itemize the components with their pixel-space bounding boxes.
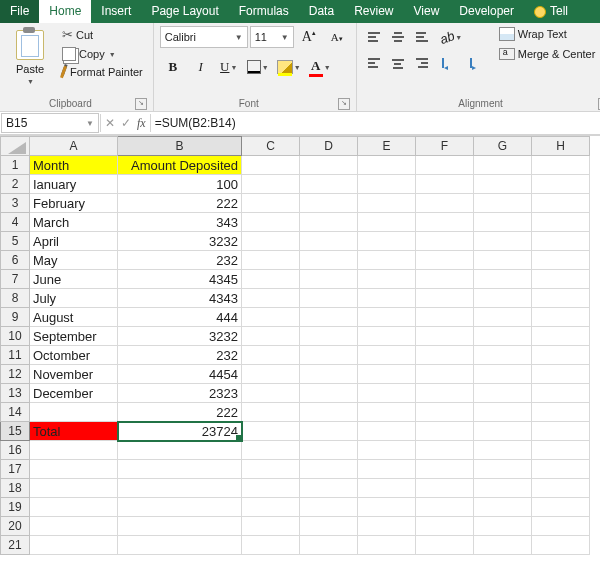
cell-C14[interactable] (242, 403, 300, 422)
cell-G6[interactable] (474, 251, 532, 270)
col-header-F[interactable]: F (416, 137, 474, 156)
cell-D13[interactable] (300, 384, 358, 403)
tab-review[interactable]: Review (344, 0, 403, 23)
align-left-button[interactable] (363, 51, 385, 75)
decrease-indent-button[interactable] (437, 51, 463, 75)
cell-F4[interactable] (416, 213, 474, 232)
cell-E11[interactable] (358, 346, 416, 365)
fx-icon[interactable]: fx (137, 116, 146, 131)
cell-D1[interactable] (300, 156, 358, 175)
col-header-H[interactable]: H (532, 137, 590, 156)
cell-E18[interactable] (358, 479, 416, 498)
cell-D14[interactable] (300, 403, 358, 422)
align-bottom-button[interactable] (411, 25, 433, 49)
cell-A19[interactable] (30, 498, 118, 517)
cell-B3[interactable]: 222 (118, 194, 242, 213)
cell-A5[interactable]: April (30, 232, 118, 251)
dialog-launcher-clipboard[interactable]: ↘ (135, 98, 147, 110)
dialog-launcher-font[interactable]: ↘ (338, 98, 350, 110)
cell-H10[interactable] (532, 327, 590, 346)
cell-G8[interactable] (474, 289, 532, 308)
row-header-8[interactable]: 8 (1, 289, 30, 308)
cell-A8[interactable]: July (30, 289, 118, 308)
formula-input[interactable]: =SUM(B2:B14) (151, 112, 600, 134)
cell-A6[interactable]: May (30, 251, 118, 270)
tab-view[interactable]: View (404, 0, 450, 23)
cell-D15[interactable] (300, 422, 358, 441)
orientation-button[interactable]: ab▼ (437, 25, 465, 49)
cell-D5[interactable] (300, 232, 358, 251)
cell-E15[interactable] (358, 422, 416, 441)
cell-A21[interactable] (30, 536, 118, 555)
cell-G18[interactable] (474, 479, 532, 498)
cell-F8[interactable] (416, 289, 474, 308)
cell-E6[interactable] (358, 251, 416, 270)
cell-B7[interactable]: 4345 (118, 270, 242, 289)
cell-C3[interactable] (242, 194, 300, 213)
cell-E3[interactable] (358, 194, 416, 213)
row-header-12[interactable]: 12 (1, 365, 30, 384)
cell-F20[interactable] (416, 517, 474, 536)
cell-G7[interactable] (474, 270, 532, 289)
cell-A17[interactable] (30, 460, 118, 479)
increase-font-button[interactable]: A▴ (296, 25, 322, 49)
cell-A9[interactable]: August (30, 308, 118, 327)
row-header-21[interactable]: 21 (1, 536, 30, 555)
increase-indent-button[interactable] (465, 51, 491, 75)
tab-home[interactable]: Home (39, 0, 91, 23)
row-header-11[interactable]: 11 (1, 346, 30, 365)
cell-C6[interactable] (242, 251, 300, 270)
cell-G19[interactable] (474, 498, 532, 517)
cell-F17[interactable] (416, 460, 474, 479)
cell-F3[interactable] (416, 194, 474, 213)
cell-B19[interactable] (118, 498, 242, 517)
align-top-button[interactable] (363, 25, 385, 49)
cell-F18[interactable] (416, 479, 474, 498)
cell-A16[interactable] (30, 441, 118, 460)
cell-D4[interactable] (300, 213, 358, 232)
cell-G11[interactable] (474, 346, 532, 365)
cell-B10[interactable]: 3232 (118, 327, 242, 346)
cell-B20[interactable] (118, 517, 242, 536)
align-right-button[interactable] (411, 51, 433, 75)
enter-formula-icon[interactable]: ✓ (121, 116, 131, 130)
cell-C8[interactable] (242, 289, 300, 308)
cell-H20[interactable] (532, 517, 590, 536)
row-header-7[interactable]: 7 (1, 270, 30, 289)
cell-D6[interactable] (300, 251, 358, 270)
cell-C16[interactable] (242, 441, 300, 460)
cell-H16[interactable] (532, 441, 590, 460)
cell-F6[interactable] (416, 251, 474, 270)
cell-A15[interactable]: Total (30, 422, 118, 441)
cell-C17[interactable] (242, 460, 300, 479)
cell-D16[interactable] (300, 441, 358, 460)
cell-B5[interactable]: 3232 (118, 232, 242, 251)
cell-C11[interactable] (242, 346, 300, 365)
cell-B13[interactable]: 2323 (118, 384, 242, 403)
format-painter-button[interactable]: Format Painter (58, 64, 147, 80)
cell-H1[interactable] (532, 156, 590, 175)
cell-E12[interactable] (358, 365, 416, 384)
col-header-C[interactable]: C (242, 137, 300, 156)
cell-D17[interactable] (300, 460, 358, 479)
cell-F19[interactable] (416, 498, 474, 517)
cell-C13[interactable] (242, 384, 300, 403)
cell-G16[interactable] (474, 441, 532, 460)
tab-file[interactable]: File (0, 0, 39, 23)
cell-A20[interactable] (30, 517, 118, 536)
cell-G5[interactable] (474, 232, 532, 251)
cell-F14[interactable] (416, 403, 474, 422)
italic-button[interactable]: I (188, 55, 214, 79)
cell-D9[interactable] (300, 308, 358, 327)
cell-G2[interactable] (474, 175, 532, 194)
cell-B6[interactable]: 232 (118, 251, 242, 270)
cell-H12[interactable] (532, 365, 590, 384)
cell-F7[interactable] (416, 270, 474, 289)
tab-developer[interactable]: Developer (449, 0, 524, 23)
cell-D7[interactable] (300, 270, 358, 289)
cell-H7[interactable] (532, 270, 590, 289)
row-header-4[interactable]: 4 (1, 213, 30, 232)
row-header-18[interactable]: 18 (1, 479, 30, 498)
row-header-17[interactable]: 17 (1, 460, 30, 479)
cell-E16[interactable] (358, 441, 416, 460)
